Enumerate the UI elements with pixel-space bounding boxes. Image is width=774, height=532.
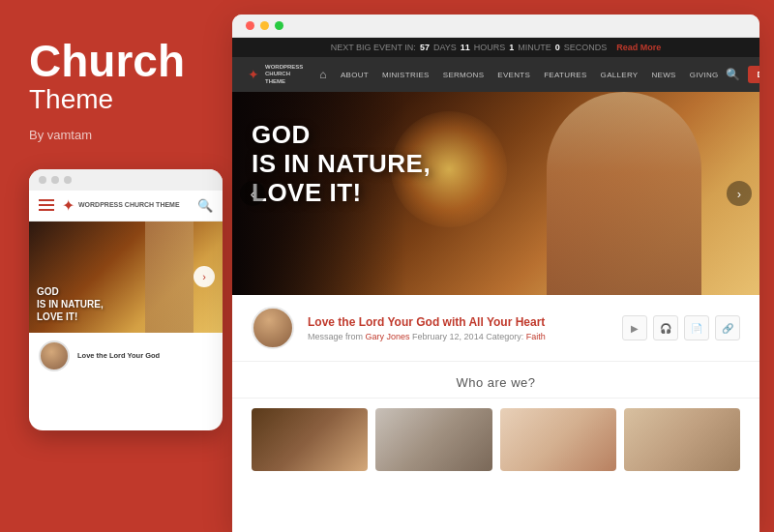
nav-right: 🔍 Donate bbox=[726, 66, 760, 83]
nav-logo-icon: ✦ bbox=[248, 67, 259, 82]
top-bar: NEXT BIG EVENT IN: 57 DAYS 11 HOURS 1 MI… bbox=[232, 38, 759, 57]
sermon-meta: Message from Gary Jones February 12, 201… bbox=[308, 332, 609, 341]
by-author: By vamtam bbox=[29, 128, 203, 142]
title-church: Church bbox=[29, 39, 203, 83]
thumbnail-3[interactable] bbox=[500, 408, 616, 471]
mobile-avatar bbox=[39, 340, 70, 371]
left-panel: Church Theme By vamtam ✦ WORDPRESS CHURC… bbox=[0, 0, 232, 532]
thumbnail-4[interactable] bbox=[624, 408, 740, 471]
mobile-search-icon[interactable]: 🔍 bbox=[197, 198, 213, 213]
sec-val: 0 bbox=[555, 43, 560, 52]
min-label: MINUTE bbox=[518, 43, 551, 52]
title-block: Church Theme bbox=[29, 39, 203, 116]
thumbnail-2[interactable] bbox=[375, 408, 491, 471]
browser-dot-green[interactable] bbox=[275, 21, 283, 30]
days-val: 57 bbox=[420, 43, 430, 52]
mobile-hero: GODIS IN NATURE,LOVE IT! › bbox=[29, 222, 223, 333]
thumbnail-1[interactable] bbox=[252, 408, 368, 471]
who-are-we-heading: Who are we? bbox=[232, 362, 759, 399]
sermon-icons: ▶ 🎧 📄 🔗 bbox=[622, 315, 740, 340]
sermon-category[interactable]: Faith bbox=[526, 332, 546, 341]
hero-line2: IS IN NATURE, bbox=[252, 149, 431, 178]
browser-dot-yellow[interactable] bbox=[260, 21, 269, 30]
mobile-hero-person bbox=[145, 222, 194, 333]
days-label: DAYS bbox=[433, 43, 457, 52]
hero-line3: LOVE IT! bbox=[252, 178, 362, 207]
nav-item-news[interactable]: NEWS bbox=[644, 57, 682, 92]
sermon-audio-icon[interactable]: 🎧 bbox=[653, 315, 678, 340]
title-theme: Theme bbox=[29, 83, 203, 116]
hamburger-icon[interactable] bbox=[39, 199, 54, 211]
mobile-hero-text: GODIS IN NATURE,LOVE IT! bbox=[37, 285, 104, 323]
dot-1 bbox=[39, 176, 46, 184]
sermon-doc-icon[interactable]: 📄 bbox=[684, 315, 709, 340]
dot-3 bbox=[64, 176, 72, 184]
read-more-link[interactable]: Read More bbox=[616, 43, 661, 52]
mobile-logo: ✦ WORDPRESS CHURCH THEME bbox=[62, 196, 180, 215]
hero-arrow-right[interactable]: › bbox=[727, 181, 752, 206]
mobile-nav-left: ✦ WORDPRESS CHURCH THEME bbox=[39, 196, 180, 215]
mobile-card-bottom: Love the Lord Your God bbox=[29, 333, 223, 379]
hours-val: 11 bbox=[461, 43, 470, 52]
dot-2 bbox=[51, 176, 59, 184]
nav-logo-text: WORDPRESS CHURCH THEME bbox=[265, 64, 303, 85]
hero-section: GOD IS IN NATURE, LOVE IT! ‹ › bbox=[232, 92, 759, 295]
sermon-link-icon[interactable]: 🔗 bbox=[715, 315, 740, 340]
sermon-date: February 12, 2014 bbox=[412, 332, 484, 341]
hero-text: GOD IS IN NATURE, LOVE IT! bbox=[252, 121, 431, 208]
event-label: NEXT BIG EVENT IN: bbox=[331, 43, 416, 52]
hero-line1: GOD bbox=[252, 120, 311, 149]
mobile-logo-text: WORDPRESS CHURCH THEME bbox=[78, 201, 180, 209]
mobile-nav: ✦ WORDPRESS CHURCH THEME 🔍 bbox=[29, 191, 223, 222]
sermon-avatar bbox=[252, 307, 294, 349]
mobile-avatar-row: Love the Lord Your God bbox=[39, 340, 213, 371]
mobile-preview-card: ✦ WORDPRESS CHURCH THEME 🔍 GODIS IN NATU… bbox=[29, 169, 223, 430]
nav-item-sermons[interactable]: SERMONS bbox=[436, 57, 491, 92]
browser-bar bbox=[232, 15, 759, 38]
site-wrapper: NEXT BIG EVENT IN: 57 DAYS 11 HOURS 1 MI… bbox=[232, 38, 759, 532]
browser-dot-red[interactable] bbox=[246, 21, 254, 30]
sermon-meta-prefix: Message from bbox=[308, 332, 363, 341]
nav-item-about[interactable]: ABOUT bbox=[334, 57, 375, 92]
nav-logo: ✦ WORDPRESS CHURCH THEME bbox=[248, 64, 303, 85]
sermon-play-icon[interactable]: ▶ bbox=[622, 315, 647, 340]
mobile-card-dots bbox=[29, 169, 223, 191]
hours-label: HOURS bbox=[474, 43, 506, 52]
nav-search-icon[interactable]: 🔍 bbox=[726, 68, 740, 81]
main-nav: ✦ WORDPRESS CHURCH THEME ⌂ ABOUT MINISTR… bbox=[232, 57, 759, 92]
nav-item-features[interactable]: FEATURES bbox=[537, 57, 593, 92]
nav-item-events[interactable]: EVENTS bbox=[491, 57, 537, 92]
nav-item-home[interactable]: ⌂ bbox=[313, 57, 334, 92]
sermon-row: Love the Lord Your God with All Your Hea… bbox=[232, 295, 759, 362]
min-val: 1 bbox=[509, 43, 514, 52]
sermon-author[interactable]: Gary Jones bbox=[366, 332, 410, 341]
sermon-title[interactable]: Love the Lord Your God with All Your Hea… bbox=[308, 315, 609, 329]
nav-items: ⌂ ABOUT MINISTRIES SERMONS EVENTS FEATUR… bbox=[313, 57, 725, 92]
sermon-info: Love the Lord Your God with All Your Hea… bbox=[308, 315, 609, 341]
mobile-logo-icon: ✦ bbox=[62, 196, 74, 215]
nav-item-giving[interactable]: GIVING bbox=[683, 57, 726, 92]
thumbnails-row bbox=[232, 399, 759, 481]
sermon-category-prefix: Category: bbox=[486, 332, 523, 341]
right-panel: NEXT BIG EVENT IN: 57 DAYS 11 HOURS 1 MI… bbox=[232, 15, 759, 532]
mobile-hero-arrow-right[interactable]: › bbox=[194, 266, 215, 287]
content-section: Love the Lord Your God with All Your Hea… bbox=[232, 295, 759, 481]
donate-button[interactable]: Donate bbox=[748, 66, 760, 83]
mobile-card-message: Love the Lord Your God bbox=[77, 351, 160, 361]
nav-item-ministries[interactable]: MINISTRIES bbox=[375, 57, 436, 92]
sec-label: SECONDS bbox=[564, 43, 608, 52]
nav-item-gallery[interactable]: GALLERY bbox=[594, 57, 645, 92]
hero-person bbox=[547, 92, 701, 295]
hero-arrow-left[interactable]: ‹ bbox=[240, 181, 265, 206]
